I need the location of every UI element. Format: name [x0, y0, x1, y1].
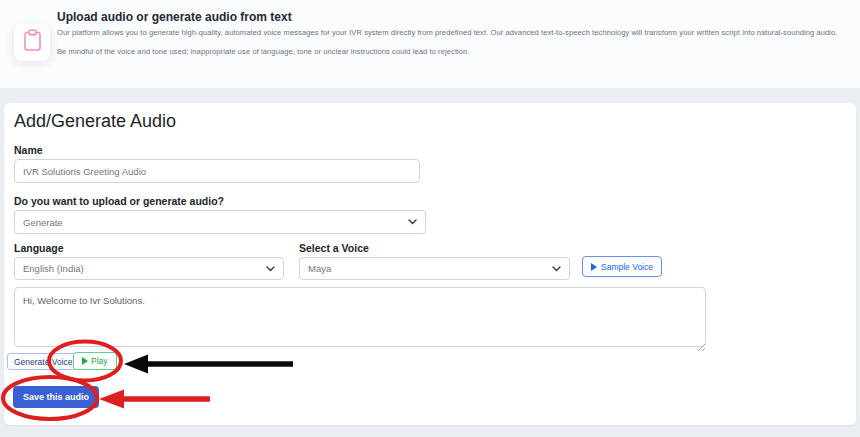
voice-label: Select a Voice	[299, 242, 369, 254]
save-this-audio-button-label: Save this audio	[23, 392, 89, 402]
mode-select-value: Generate	[23, 217, 63, 228]
language-select[interactable]: English (India)	[14, 257, 284, 280]
form-title: Add/Generate Audio	[14, 111, 176, 132]
header-description: Our platform allows you to generate high…	[57, 28, 852, 37]
play-button[interactable]: Play	[73, 352, 117, 370]
header-section: Upload audio or generate audio from text…	[0, 0, 860, 88]
chevron-down-icon	[552, 266, 561, 272]
add-generate-audio-card: Add/Generate Audio Name Do you want to u…	[4, 103, 856, 425]
chevron-down-icon	[408, 219, 417, 225]
script-textarea[interactable]: Hi, Welcome to Ivr Solutions.	[14, 287, 706, 347]
save-this-audio-button[interactable]: Save this audio	[13, 386, 99, 408]
generate-voice-button-label: Generate Voice	[14, 357, 73, 367]
page: Upload audio or generate audio from text…	[0, 0, 860, 437]
sample-voice-button-label: Sample Voice	[601, 262, 653, 272]
header-note: Be mindful of the voice and tone used; i…	[57, 47, 852, 56]
language-label: Language	[14, 242, 64, 254]
sample-voice-button[interactable]: Sample Voice	[582, 256, 662, 277]
language-select-value: English (India)	[23, 263, 84, 274]
clipboard-icon	[23, 29, 42, 56]
voice-select-value: Maya	[308, 263, 331, 274]
chevron-down-icon	[266, 266, 275, 272]
name-input[interactable]	[14, 159, 420, 183]
voice-select[interactable]: Maya	[299, 257, 570, 280]
mode-select[interactable]: Generate	[14, 210, 426, 234]
header-title: Upload audio or generate audio from text	[57, 10, 292, 24]
header-icon-card	[14, 24, 50, 61]
play-button-label: Play	[91, 356, 108, 366]
name-label: Name	[14, 144, 43, 156]
mode-label: Do you want to upload or generate audio?	[14, 195, 224, 207]
generate-voice-button[interactable]: Generate Voice	[7, 353, 80, 370]
play-icon	[82, 357, 88, 365]
textarea-resize-handle[interactable]	[697, 338, 706, 347]
play-icon	[591, 263, 597, 271]
